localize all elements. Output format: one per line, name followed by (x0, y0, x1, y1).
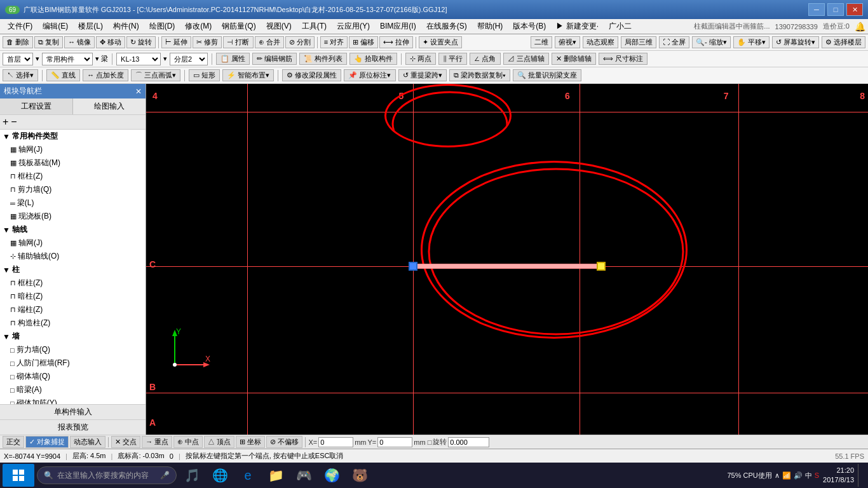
taskbar-app-globe[interactable]: 🌍 (319, 464, 344, 487)
close-button[interactable]: ✕ (846, 3, 863, 16)
birdview-btn[interactable]: 俯视▾ (555, 36, 580, 48)
taskbar-app-ie[interactable]: e (235, 464, 261, 487)
taskbar-app-game[interactable]: 🎮 (291, 464, 316, 487)
trim-btn[interactable]: ✂ 修剪 (193, 36, 222, 48)
menu-file[interactable]: 文件(F) (3, 20, 37, 33)
nooffset-btn[interactable]: ⊘ 不偏移 (266, 436, 302, 448)
dynamic-view-btn[interactable]: 动态观察 (583, 36, 618, 48)
screen-rotate-btn[interactable]: ↺ 屏幕旋转▾ (772, 36, 819, 48)
group-axis[interactable]: ▼ 轴线 (0, 223, 146, 236)
menu-new-change[interactable]: ▶ 新建变更· (551, 20, 604, 33)
re-extract-btn[interactable]: ↺ 重提梁跨▾ (398, 69, 447, 81)
del-axis-btn[interactable]: ✕ 删除辅轴 (552, 53, 596, 65)
rotate-btn[interactable]: ↻ 旋转 (126, 36, 156, 48)
setgrip-btn[interactable]: ✦ 设置夹点 (419, 36, 462, 48)
item-dz[interactable]: ⊓端柱(Z) (0, 303, 146, 316)
menu-modify[interactable]: 修改(M) (180, 20, 217, 33)
three-point-axis-btn[interactable]: ⊿ 三点辅轴 (503, 53, 549, 65)
menu-component[interactable]: 构件(N) (108, 20, 144, 33)
item-shearwall[interactable]: ⊓剪力墙(Q) (0, 183, 146, 196)
extend-btn[interactable]: ⊢ 延伸 (161, 36, 191, 48)
maximize-button[interactable]: □ (827, 3, 844, 16)
select-btn[interactable]: ↖ 选择▾ (3, 69, 38, 81)
inplace-mark-btn[interactable]: 📌 原位标注▾ (344, 69, 395, 81)
item-qtq[interactable]: □砌体墙(Q) (0, 370, 146, 383)
single-component-btn[interactable]: 单构件输入 (0, 404, 146, 419)
line-btn[interactable]: 📏 直线 (46, 69, 80, 81)
item-grid[interactable]: ▦轴网(J) (0, 143, 146, 156)
taskbar-search[interactable]: 🔍 在这里输入你要搜索的内容 🎤 (37, 466, 177, 484)
canvas-area[interactable]: 4 5 6 7 8 C B A Y X (146, 84, 868, 435)
taskbar-app-bear[interactable]: 🐻 (347, 464, 372, 487)
two-point-btn[interactable]: ⊹ 两点 (405, 53, 436, 65)
item-raft[interactable]: ▦筏板基础(M) (0, 156, 146, 170)
smart-place-btn[interactable]: ⚡ 智能布置▾ (222, 69, 274, 81)
toppoint-btn[interactable]: △ 顶点 (204, 436, 234, 448)
zoom-out-btn[interactable]: 🔍- 缩放▾ (692, 36, 731, 48)
layer-select[interactable]: 分层2 (170, 53, 208, 65)
item-al[interactable]: □暗梁(A) (0, 383, 146, 396)
offset-btn[interactable]: ⊞ 偏移 (349, 36, 378, 48)
item-framecol[interactable]: ⊓框柱(Z) (0, 170, 146, 183)
stretch-btn[interactable]: ⟷ 拉伸 (379, 36, 413, 48)
floor-select[interactable]: 首层 (3, 53, 33, 65)
menu-version[interactable]: 版本号(B) (508, 20, 551, 33)
component-select[interactable]: 常用构件 (42, 53, 93, 65)
menu-cloud[interactable]: 云应用(Y) (332, 20, 375, 33)
remove-icon[interactable]: − (11, 116, 17, 128)
menu-view[interactable]: 视图(V) (261, 20, 297, 33)
group-common[interactable]: ▼ 常用构件类型 (0, 130, 146, 143)
item-slab[interactable]: ▦现浇板(B) (0, 210, 146, 223)
pan-btn[interactable]: ✋ 平移▾ (733, 36, 770, 48)
endpoint-btn[interactable]: → 重点 (142, 436, 172, 448)
object-snap-btn[interactable]: ✓ 对象捕捉 (25, 436, 69, 448)
tray-arrow[interactable]: ∧ (775, 471, 780, 480)
dim-mark-btn[interactable]: ⟺ 尺寸标注 (599, 53, 648, 65)
item-beam[interactable]: ═梁(L) (0, 196, 146, 210)
mirror-btn[interactable]: ↔ 镜像 (64, 36, 95, 48)
component-list-btn[interactable]: 📜 构件列表 (299, 53, 347, 65)
y-input[interactable] (377, 437, 412, 447)
item-auxaxis[interactable]: ⊹辅助轴线(O) (0, 250, 146, 263)
modify-beam-prop-btn[interactable]: ⚙ 修改梁段属性 (282, 69, 341, 81)
report-preview-btn[interactable]: 报表预览 (0, 419, 146, 435)
menu-guangxiao[interactable]: 广小二 (604, 20, 637, 33)
split-btn[interactable]: ⊘ 分割 (285, 36, 315, 48)
item-axgrid[interactable]: ▦轴网(J) (0, 236, 146, 250)
group-col[interactable]: ▼ 柱 (0, 263, 146, 276)
arc-btn[interactable]: ⌒ 三点画弧▾ (131, 69, 180, 81)
intersection-btn[interactable]: ✕ 交点 (111, 436, 140, 448)
menu-tools[interactable]: 工具(T) (297, 20, 332, 33)
menu-draw[interactable]: 绘图(D) (144, 20, 180, 33)
menu-bim[interactable]: BIM应用(I) (375, 20, 421, 33)
move-btn[interactable]: ✥ 移动 (96, 36, 125, 48)
menu-online[interactable]: 在线服务(S) (421, 20, 472, 33)
grip-point-1[interactable] (409, 262, 417, 271)
start-button[interactable] (3, 464, 34, 487)
rect-btn[interactable]: ▭ 短形 (189, 69, 220, 81)
fullscreen-btn[interactable]: ⛶ 全屏 (659, 36, 689, 48)
grip-point-2[interactable] (597, 262, 606, 271)
sidebar-close-btn[interactable]: ✕ (135, 87, 142, 96)
coord-btn[interactable]: ⊞ 坐标 (236, 436, 265, 448)
merge-btn[interactable]: ⊕ 合并 (255, 36, 284, 48)
x-input[interactable] (318, 437, 353, 447)
delete-btn[interactable]: 🗑 删除 (3, 36, 33, 48)
menu-floor[interactable]: 楼层(L) (73, 20, 108, 33)
select-floor-btn[interactable]: ⚙ 选择楼层 (822, 36, 865, 48)
beam-copy-btn[interactable]: ⧉ 梁跨数据复制▾ (449, 69, 510, 81)
midpoint-btn[interactable]: ⊕ 中点 (173, 436, 203, 448)
group-wall[interactable]: ▼ 墙 (0, 330, 146, 343)
pickup-btn[interactable]: 👆 拾取构件 (349, 53, 397, 65)
project-settings-btn[interactable]: 工程设置 (0, 98, 73, 114)
local3d-btn[interactable]: 局部三维 (621, 36, 656, 48)
add-icon[interactable]: + (3, 116, 8, 128)
minimize-button[interactable]: ─ (808, 3, 825, 16)
menu-rebar[interactable]: 钢筋量(Q) (217, 20, 261, 33)
show-desktop-btn[interactable] (858, 464, 862, 487)
draw-input-btn[interactable]: 绘图输入 (73, 98, 146, 114)
batch-recognize-btn[interactable]: 🔍 批量识别梁支座 (513, 69, 581, 81)
item-jlq[interactable]: □剪力墙(Q) (0, 343, 146, 356)
edit-rebar-btn[interactable]: ✏ 编辑钢筋 (252, 53, 297, 65)
copy-btn[interactable]: ⧉ 复制 (34, 36, 63, 48)
